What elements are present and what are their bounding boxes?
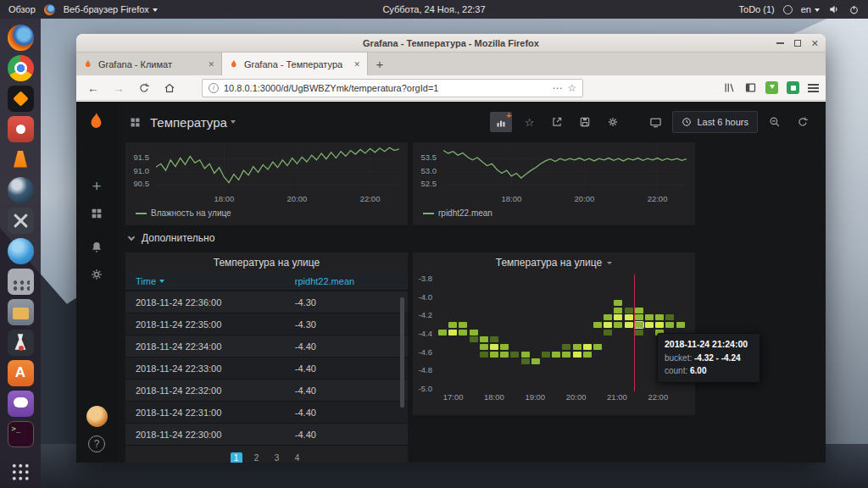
kodi-icon: [8, 86, 34, 112]
minimize-button[interactable]: [776, 42, 784, 44]
keyboard-layout-indicator[interactable]: en: [801, 4, 820, 14]
panel-title[interactable]: Температура на улице: [125, 252, 408, 273]
power-icon[interactable]: [849, 4, 860, 15]
zoom-out-button[interactable]: [764, 112, 786, 132]
dock-item-firefox[interactable]: [3, 22, 37, 53]
cycle-view-button[interactable]: [644, 112, 666, 132]
todo-indicator[interactable]: ToDo (1): [739, 4, 775, 14]
url-bar[interactable]: i 10.8.0.1:3000/d/UgBWBZYmk/temperatura?…: [202, 79, 583, 97]
forward-button[interactable]: →: [108, 78, 129, 98]
user-avatar[interactable]: [86, 406, 108, 427]
panel-temperature-graph[interactable]: 53.553.052.5 18:0020:0022:00 rpidht22.me…: [413, 142, 695, 225]
dock-item-chrome[interactable]: [3, 53, 37, 83]
dock-item-messenger[interactable]: [3, 388, 37, 419]
new-tab-button[interactable]: +: [368, 53, 392, 75]
help-button[interactable]: ?: [88, 435, 105, 452]
close-button[interactable]: ✕: [811, 39, 819, 48]
dock-item-kodi[interactable]: [3, 83, 37, 114]
dashboard-settings-button[interactable]: [602, 112, 624, 132]
messenger-icon: [8, 391, 34, 417]
heatmap-cell: [459, 330, 467, 336]
panel-temperature-heatmap[interactable]: Температура на улице -3.8-4.0-4.2-4.4-4.…: [413, 252, 695, 415]
add-panel-button[interactable]: +: [490, 112, 512, 132]
dock-item-calculator[interactable]: [3, 266, 37, 297]
sidebar-dashboards-button[interactable]: [76, 200, 117, 227]
url-text: 10.8.0.1:3000/d/UgBWBZYmk/temperatura?or…: [224, 83, 438, 93]
tab-grafana-temperatura[interactable]: Grafana - Температура ✕: [222, 53, 368, 75]
heatmap-cell: [480, 344, 488, 350]
dock-item-utilities[interactable]: [3, 205, 37, 236]
panel-humidity-graph[interactable]: 91.591.090.5 18:0020:0022:00 Влажность н…: [125, 142, 408, 225]
sidebar-configuration-button[interactable]: [76, 261, 117, 288]
dock-item-files[interactable]: [3, 297, 37, 327]
site-info-icon[interactable]: i: [209, 83, 219, 93]
heatmap-cell: [645, 322, 654, 328]
window-titlebar[interactable]: Grafana - Температура - Mozilla Firefox …: [76, 34, 826, 53]
table-page-3[interactable]: 3: [271, 452, 283, 463]
sidebar-alerting-button[interactable]: [76, 234, 117, 261]
heatmap-cell: [625, 314, 633, 320]
graph-plot[interactable]: [156, 146, 399, 193]
column-header-time[interactable]: Time: [125, 276, 295, 286]
graph-legend[interactable]: rpidht22.mean: [423, 208, 492, 218]
dock-item-science-app[interactable]: [3, 327, 37, 358]
table-page-2[interactable]: 2: [251, 452, 263, 463]
sidebar-create-button[interactable]: +: [76, 173, 117, 200]
heatmap-cell: [438, 330, 447, 336]
page-actions-icon[interactable]: ⋯: [552, 82, 562, 94]
tab-label: Grafana - Климат: [98, 59, 203, 69]
save-dashboard-button[interactable]: [574, 112, 596, 132]
sidebar-icon[interactable]: [744, 81, 757, 94]
bookmark-star-icon[interactable]: ☆: [567, 82, 576, 94]
show-applications-button[interactable]: [11, 463, 30, 481]
software-center-icon: [8, 360, 34, 386]
panel-title[interactable]: Температура на улице: [413, 252, 695, 273]
tab-grafana-klimat[interactable]: Grafana - Климат ✕: [76, 53, 222, 75]
refresh-button[interactable]: [792, 112, 814, 132]
grafana-favicon: [229, 59, 239, 69]
heatmap-cell: [583, 352, 592, 358]
dock-item-terminal[interactable]: [3, 419, 37, 449]
tab-close-icon[interactable]: ✕: [208, 60, 214, 69]
back-button[interactable]: ←: [83, 78, 103, 98]
graph-legend[interactable]: Влажность на улице: [136, 208, 231, 218]
dock-item-media-app[interactable]: [3, 114, 37, 144]
volume-icon[interactable]: [828, 3, 840, 15]
graph-plot[interactable]: [443, 146, 687, 193]
heatmap-plot[interactable]: [438, 278, 687, 388]
grafana-logo[interactable]: [76, 102, 117, 142]
dock-item-software-center[interactable]: [3, 358, 37, 388]
app-indicator-icon[interactable]: [783, 5, 793, 14]
tab-close-icon[interactable]: ✕: [353, 60, 360, 69]
heatmap-cell: [448, 322, 457, 328]
share-dashboard-button[interactable]: [546, 112, 568, 132]
dock-item-steam[interactable]: [3, 175, 37, 205]
column-header-value[interactable]: rpidht22.mean: [295, 276, 408, 286]
activities-button[interactable]: Обзор: [8, 4, 36, 14]
x-axis-labels: 18:0020:0022:00: [443, 194, 687, 204]
x-axis-labels: 18:0020:0022:00: [156, 194, 399, 204]
time-range-button[interactable]: Last 6 hours: [672, 111, 758, 133]
extension-icon[interactable]: [787, 81, 799, 94]
extension-icon[interactable]: [765, 81, 778, 94]
table-row: 2018-11-24 22:31:00-4.40: [125, 402, 408, 424]
star-dashboard-button[interactable]: ☆: [518, 112, 540, 132]
dashboard-title-dropdown[interactable]: Температура: [150, 115, 236, 130]
dashboard-row-toggle[interactable]: Дополнительно: [129, 232, 214, 244]
table-page-1[interactable]: 1: [231, 452, 242, 463]
grafana-app: + ? Температура + ☆: [76, 102, 826, 463]
heatmap-cell: [490, 352, 498, 358]
maximize-button[interactable]: [794, 40, 801, 47]
heatmap-x-axis: 17:0018:0019:0020:0021:0022:00: [438, 392, 687, 402]
library-icon[interactable]: [723, 81, 736, 94]
dock-item-vlc[interactable]: [3, 144, 37, 175]
reload-button[interactable]: [134, 78, 154, 98]
table-page-4[interactable]: 4: [292, 452, 303, 463]
menu-icon[interactable]: [808, 84, 819, 86]
home-button[interactable]: [159, 78, 180, 98]
app-menu-button[interactable]: Веб-браузер Firefox: [64, 4, 158, 14]
table-scrollbar[interactable]: [400, 297, 404, 408]
dock-item-blue-app[interactable]: [3, 236, 37, 266]
panel-temperature-table[interactable]: Температура на улице Time rpidht22.mean …: [125, 252, 408, 463]
heatmap-cell: [635, 308, 643, 313]
